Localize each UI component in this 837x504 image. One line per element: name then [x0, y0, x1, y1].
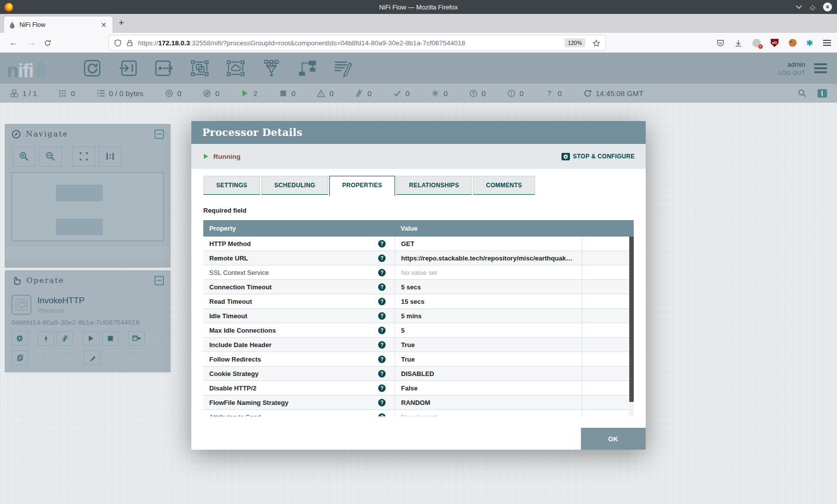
disable-button[interactable] [57, 331, 73, 346]
downloads-icon[interactable] [734, 38, 742, 47]
dialog-status-bar: Running STOP & CONFIGURE [191, 144, 646, 169]
property-name: Cookie Strategy [209, 370, 259, 378]
help-icon[interactable]: ? [378, 240, 386, 248]
help-icon[interactable]: ? [378, 327, 386, 334]
refresh-icon[interactable] [583, 89, 592, 98]
row-spacer-cell [582, 323, 634, 337]
tab-scheduling[interactable]: SCHEDULING [261, 176, 328, 195]
property-value[interactable]: 5 secs [395, 280, 582, 294]
property-value[interactable]: GET [395, 237, 582, 251]
configure-button[interactable] [11, 331, 28, 346]
property-value[interactable]: 5 mins [395, 309, 582, 323]
tab-settings[interactable]: SETTINGS [203, 176, 260, 195]
property-name: Connection Timeout [209, 283, 272, 291]
start-button[interactable] [83, 331, 99, 346]
global-menu-icon[interactable] [814, 61, 827, 75]
stop-and-configure-button[interactable]: STOP & CONFIGURE [561, 153, 635, 160]
birdseye-minimap[interactable] [11, 172, 164, 241]
help-icon[interactable]: ? [378, 356, 386, 363]
extension-sparkle-icon[interactable]: ✱ [807, 38, 813, 48]
browser-tab[interactable]: NiFi Flow ✕ [4, 16, 113, 33]
running-icon [241, 89, 249, 98]
table-row: Cookie Strategy? DISABLED [203, 367, 634, 381]
tab-properties[interactable]: PROPERTIES [329, 176, 395, 196]
logout-link[interactable]: LOG OUT [779, 70, 805, 76]
property-value[interactable]: True [395, 338, 582, 352]
stop-button[interactable] [102, 331, 119, 346]
lock-warning-icon[interactable] [126, 38, 134, 47]
zoom-fit-button[interactable] [72, 146, 95, 166]
template-component-icon[interactable] [298, 59, 317, 77]
help-icon[interactable]: ? [378, 283, 386, 291]
help-icon[interactable]: ? [378, 384, 386, 392]
paste-button[interactable] [31, 351, 48, 365]
collapse-navigate-icon[interactable] [154, 129, 164, 139]
process-group-component-icon[interactable] [190, 59, 209, 77]
funnel-component-icon[interactable] [262, 59, 281, 77]
shield-icon[interactable] [114, 38, 122, 47]
help-icon[interactable]: ? [378, 312, 386, 320]
output-port-component-icon[interactable] [154, 59, 173, 77]
property-value[interactable]: DISABLED [395, 367, 582, 380]
url-bar[interactable]: https://172.18.0.3:32558/nifi/?processGr… [109, 35, 606, 51]
new-tab-button[interactable]: + [119, 17, 124, 28]
input-port-component-icon[interactable] [119, 59, 138, 77]
property-value[interactable]: 5 [395, 323, 582, 337]
tab-comments[interactable]: COMMENTS [473, 176, 535, 195]
zoom-out-button[interactable] [39, 146, 62, 166]
ok-button[interactable]: OK [581, 428, 646, 450]
cookie-extension-icon[interactable] [789, 39, 797, 47]
zoom-in-button[interactable] [12, 146, 35, 166]
browser-menu-icon[interactable] [823, 38, 831, 47]
zoom-actual-size-button[interactable] [99, 146, 122, 166]
processor-component-icon[interactable] [83, 59, 102, 77]
page-zoom-badge[interactable]: 120% [564, 38, 585, 47]
property-value[interactable]: RANDOM [395, 395, 582, 409]
help-icon[interactable]: ? [378, 254, 386, 262]
collapse-operate-icon[interactable] [154, 276, 164, 285]
window-minimize-icon[interactable] [796, 5, 802, 9]
table-row: Read Timeout? 15 secs [203, 294, 634, 309]
delete-button[interactable]: DELETE [110, 351, 156, 365]
property-value[interactable]: https://repo.stackable.tech/repository/m… [395, 251, 582, 265]
status-running: 2 [241, 89, 257, 98]
forward-button[interactable]: → [27, 37, 36, 48]
back-button[interactable]: ← [9, 37, 18, 48]
current-user: admin [779, 61, 805, 68]
window-maximize-icon[interactable]: ◇ [810, 3, 815, 11]
tab-close-icon[interactable]: ✕ [100, 21, 108, 29]
window-close-icon[interactable]: × [823, 2, 832, 11]
help-icon[interactable]: ? [378, 413, 386, 417]
remote-process-group-component-icon[interactable] [226, 59, 245, 77]
pocket-icon[interactable] [716, 38, 724, 47]
help-icon[interactable]: ? [378, 399, 386, 406]
copy-button[interactable] [11, 351, 28, 365]
url-text[interactable]: https://172.18.0.3:32558/nifi/?processGr… [138, 39, 564, 47]
search-icon[interactable] [798, 89, 807, 98]
status-disabled: 0 [355, 89, 371, 98]
color-button[interactable] [84, 351, 101, 365]
bulletin-panel-icon[interactable] [818, 89, 827, 98]
help-icon[interactable]: ? [378, 370, 386, 378]
property-value[interactable]: True [395, 352, 582, 366]
table-scrollbar-thumb[interactable] [629, 237, 634, 402]
help-icon[interactable]: ? [378, 341, 386, 349]
enable-button[interactable] [37, 331, 54, 346]
table-scrollbar[interactable] [629, 237, 634, 416]
property-value[interactable]: No value set [395, 265, 582, 279]
help-icon[interactable]: ? [378, 269, 386, 276]
property-value[interactable]: No value set [395, 410, 582, 416]
label-component-icon[interactable] [334, 59, 353, 77]
group-button[interactable] [57, 351, 74, 365]
navigate-panel-footer [5, 246, 170, 260]
ublock-extension-icon[interactable]: uO [771, 39, 779, 47]
reload-button[interactable] [44, 38, 51, 47]
account-icon[interactable] [752, 39, 761, 47]
help-icon[interactable]: ? [378, 298, 386, 305]
property-value[interactable]: False [395, 381, 582, 395]
upload-template-button[interactable] [147, 331, 164, 346]
tab-relationships[interactable]: RELATIONSHIPS [396, 176, 472, 195]
bookmark-star-icon[interactable] [592, 38, 600, 47]
create-template-button[interactable] [128, 331, 144, 346]
property-value[interactable]: 15 secs [395, 294, 582, 308]
